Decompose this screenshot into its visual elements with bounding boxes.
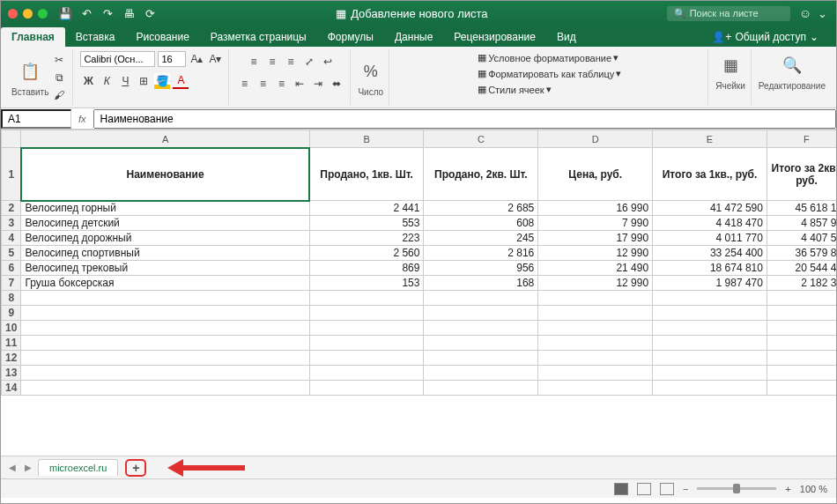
italic-icon[interactable]: К bbox=[99, 73, 115, 89]
print-icon[interactable]: 🖶 bbox=[122, 6, 136, 20]
cell[interactable]: 1 987 470 bbox=[653, 276, 767, 291]
conditional-formatting-button[interactable]: ▦Условное форматирование ▾ bbox=[475, 51, 621, 64]
tab-data[interactable]: Данные bbox=[384, 27, 443, 47]
col-header-a[interactable]: A bbox=[21, 130, 309, 148]
cell[interactable] bbox=[653, 366, 767, 381]
cell[interactable] bbox=[309, 306, 424, 321]
sheet-nav-next[interactable]: ▶ bbox=[22, 463, 34, 472]
cell[interactable] bbox=[767, 366, 836, 381]
view-page-layout-icon[interactable] bbox=[637, 483, 651, 495]
underline-icon[interactable]: Ч bbox=[117, 73, 133, 89]
cell[interactable] bbox=[21, 381, 309, 396]
cell[interactable]: 21 490 bbox=[538, 261, 653, 276]
zoom-slider[interactable] bbox=[697, 487, 776, 490]
decrease-font-icon[interactable]: A▾ bbox=[207, 51, 223, 67]
cell[interactable]: 553 bbox=[309, 216, 424, 231]
row-header[interactable]: 12 bbox=[2, 351, 21, 366]
cell[interactable]: 4 407 55 bbox=[767, 231, 836, 246]
col-header-f[interactable]: F bbox=[767, 130, 836, 148]
cell[interactable] bbox=[21, 351, 309, 366]
cell[interactable]: 33 254 400 bbox=[653, 246, 767, 261]
cell[interactable] bbox=[424, 381, 538, 396]
row-header[interactable]: 2 bbox=[2, 201, 21, 216]
add-sheet-button[interactable]: + bbox=[125, 459, 146, 477]
cell[interactable]: 608 bbox=[424, 216, 538, 231]
cell[interactable]: Продано, 2кв. Шт. bbox=[424, 148, 538, 201]
row-header[interactable]: 13 bbox=[2, 366, 21, 381]
cell-a1[interactable]: Наименование bbox=[21, 148, 309, 201]
zoom-icon[interactable] bbox=[38, 9, 48, 19]
cell[interactable]: 17 990 bbox=[538, 231, 653, 246]
format-as-table-button[interactable]: ▦Форматировать как таблицу ▾ bbox=[475, 67, 624, 80]
cell[interactable]: Велосипед дорожный bbox=[21, 231, 309, 246]
cell[interactable]: 12 990 bbox=[538, 246, 653, 261]
merge-icon[interactable]: ⬌ bbox=[329, 76, 344, 92]
cell[interactable] bbox=[424, 336, 538, 351]
cell[interactable] bbox=[767, 351, 836, 366]
user-icon[interactable]: ☺ bbox=[799, 6, 811, 20]
cell[interactable] bbox=[538, 321, 653, 336]
search-input[interactable]: 🔍 Поиск на листе bbox=[667, 6, 790, 21]
cell-styles-button[interactable]: ▦Стили ячеек ▾ bbox=[475, 83, 553, 96]
row-header[interactable]: 7 bbox=[2, 276, 21, 291]
cell[interactable]: 4 857 92 bbox=[767, 216, 836, 231]
cell[interactable]: Велосипед горный bbox=[21, 201, 309, 216]
cell[interactable] bbox=[424, 306, 538, 321]
save-icon[interactable]: 💾 bbox=[58, 6, 72, 20]
cell[interactable] bbox=[538, 306, 653, 321]
cell[interactable]: Итого за 1кв., руб. bbox=[653, 148, 767, 201]
align-middle-icon[interactable]: ≡ bbox=[264, 54, 280, 70]
cell[interactable]: 2 182 32 bbox=[767, 276, 836, 291]
tab-page-layout[interactable]: Разметка страницы bbox=[200, 27, 317, 47]
cell[interactable] bbox=[538, 366, 653, 381]
tab-home[interactable]: Главная bbox=[1, 27, 65, 47]
cell[interactable]: Итого за 2кв., руб. bbox=[767, 148, 836, 201]
cell[interactable]: 20 544 44 bbox=[767, 261, 836, 276]
cell[interactable] bbox=[309, 291, 424, 306]
editing-button[interactable]: 🔍 Редактирование bbox=[759, 51, 826, 91]
font-color-icon[interactable]: А bbox=[173, 73, 189, 89]
cell[interactable]: 18 674 810 bbox=[653, 261, 767, 276]
cell[interactable] bbox=[653, 291, 767, 306]
cell[interactable]: Продано, 1кв. Шт. bbox=[309, 148, 424, 201]
cell[interactable] bbox=[767, 291, 836, 306]
border-icon[interactable]: ⊞ bbox=[136, 73, 152, 89]
cell[interactable] bbox=[21, 306, 309, 321]
cell[interactable] bbox=[424, 366, 538, 381]
cell[interactable] bbox=[21, 291, 309, 306]
cell[interactable]: 2 816 bbox=[424, 246, 538, 261]
cell[interactable] bbox=[653, 351, 767, 366]
row-header[interactable]: 8 bbox=[2, 291, 21, 306]
cell[interactable]: 12 990 bbox=[538, 276, 653, 291]
cell[interactable] bbox=[424, 291, 538, 306]
cell[interactable] bbox=[309, 321, 424, 336]
increase-font-icon[interactable]: A▴ bbox=[189, 51, 204, 67]
zoom-in-button[interactable]: + bbox=[785, 484, 790, 494]
cell[interactable] bbox=[309, 351, 424, 366]
cell[interactable]: 4 418 470 bbox=[653, 216, 767, 231]
cell[interactable]: 223 bbox=[309, 231, 424, 246]
row-header[interactable]: 4 bbox=[2, 231, 21, 246]
row-header[interactable]: 14 bbox=[2, 381, 21, 396]
tab-insert[interactable]: Вставка bbox=[65, 27, 126, 47]
cell[interactable]: 7 990 bbox=[538, 216, 653, 231]
cell[interactable]: 956 bbox=[424, 261, 538, 276]
cell[interactable] bbox=[309, 381, 424, 396]
cell[interactable] bbox=[767, 336, 836, 351]
tab-formulas[interactable]: Формулы bbox=[317, 27, 384, 47]
cell[interactable]: 2 560 bbox=[309, 246, 424, 261]
refresh-icon[interactable]: ⟳ bbox=[143, 6, 157, 20]
zoom-level[interactable]: 100 % bbox=[800, 484, 827, 494]
formula-input[interactable] bbox=[93, 109, 836, 129]
undo-icon[interactable]: ↶ bbox=[79, 6, 93, 20]
cell[interactable] bbox=[653, 306, 767, 321]
cell[interactable]: 2 685 bbox=[424, 201, 538, 216]
sheet-nav-prev[interactable]: ◀ bbox=[6, 463, 19, 472]
cell[interactable]: 168 bbox=[424, 276, 538, 291]
cell[interactable]: 45 618 15 bbox=[767, 201, 836, 216]
row-header[interactable]: 6 bbox=[2, 261, 21, 276]
bold-icon[interactable]: Ж bbox=[80, 73, 96, 89]
indent-dec-icon[interactable]: ⇤ bbox=[292, 76, 307, 92]
cells-button[interactable]: ▦ Ячейки bbox=[715, 51, 745, 91]
cell[interactable]: Велосипед спортивный bbox=[21, 246, 309, 261]
